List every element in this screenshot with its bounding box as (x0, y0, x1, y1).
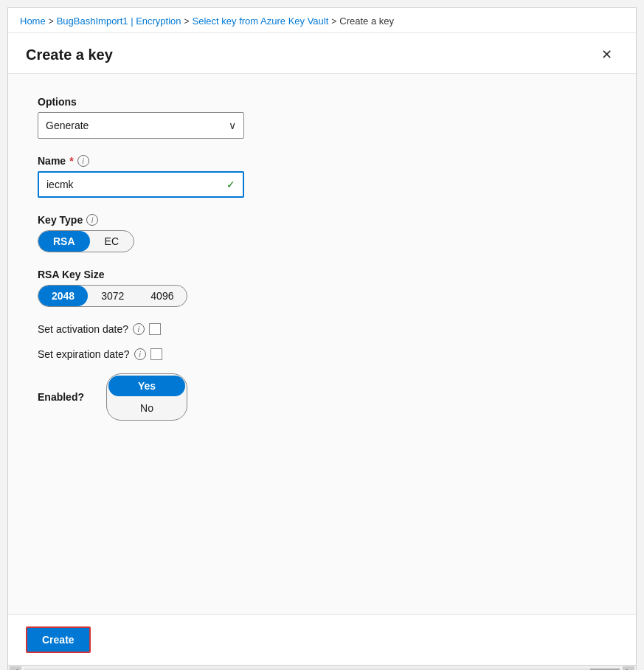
enabled-label: Enabled? (38, 391, 84, 403)
rsa-size-4096[interactable]: 4096 (137, 286, 187, 306)
name-group: Name * i iecmk ✓ (38, 155, 606, 198)
breadcrumb-sep-3: > (331, 16, 336, 27)
rsa-key-size-label: RSA Key Size (38, 269, 606, 280)
rsa-size-3072[interactable]: 3072 (88, 286, 137, 306)
options-dropdown[interactable]: Generate ∨ (38, 112, 244, 139)
breadcrumb-encryption[interactable]: BugBashImport1 | Encryption (57, 15, 181, 27)
enabled-yes[interactable]: Yes (108, 376, 185, 396)
breadcrumb-sep-1: > (49, 16, 54, 27)
key-type-info-icon[interactable]: i (86, 214, 98, 226)
required-star: * (69, 155, 73, 167)
scroll-left-arrow[interactable]: ◀ (10, 666, 21, 671)
name-check-icon: ✓ (226, 179, 235, 190)
activation-date-label: Set activation date? (38, 323, 128, 335)
name-label: Name * i (38, 155, 606, 167)
panel-footer: Create (8, 614, 636, 665)
expiration-date-label: Set expiration date? (38, 348, 130, 360)
key-type-rsa[interactable]: RSA (38, 231, 90, 252)
activation-date-checkbox[interactable] (149, 323, 161, 335)
enabled-row: Enabled? Yes No (38, 373, 606, 421)
panel-header: Create a key ✕ (8, 33, 636, 74)
breadcrumb-select-key[interactable]: Select key from Azure Key Vault (193, 15, 329, 27)
expiration-date-checkbox[interactable] (150, 348, 162, 360)
rsa-key-size-group: RSA Key Size 2048 3072 4096 (38, 269, 606, 307)
options-value: Generate (46, 120, 89, 131)
activation-date-info-icon[interactable]: i (133, 323, 145, 335)
create-button[interactable]: Create (26, 626, 91, 653)
breadcrumb-sep-2: > (184, 16, 190, 27)
name-info-icon[interactable]: i (77, 155, 89, 167)
expiration-date-row: Set expiration date? i (38, 348, 606, 360)
breadcrumb-current: Create a key (339, 15, 394, 27)
breadcrumb-home[interactable]: Home (20, 15, 46, 27)
panel-body: Options Generate ∨ Name * i iecmk ✓ (8, 74, 636, 614)
scrollbar-area: ◀ ▶ (8, 665, 636, 670)
options-group: Options Generate ∨ (38, 96, 606, 139)
key-type-ec[interactable]: EC (90, 231, 134, 252)
breadcrumb: Home > BugBashImport1 | Encryption > Sel… (8, 8, 636, 33)
key-type-label: Key Type i (38, 214, 606, 226)
panel: Create a key ✕ Options Generate ∨ Name * (8, 33, 636, 670)
scroll-right-arrow[interactable]: ▶ (623, 666, 634, 671)
dropdown-arrow-icon: ∨ (229, 120, 236, 131)
enabled-toggle: Yes No (106, 373, 187, 421)
expiration-date-info-icon[interactable]: i (134, 348, 146, 360)
panel-title: Create a key (26, 46, 113, 63)
activation-date-row: Set activation date? i (38, 323, 606, 335)
name-input[interactable]: iecmk ✓ (38, 171, 244, 198)
key-type-group: Key Type i RSA EC (38, 214, 606, 252)
rsa-size-2048[interactable]: 2048 (38, 286, 88, 306)
enabled-no[interactable]: No (108, 398, 185, 418)
rsa-key-size-toggle: 2048 3072 4096 (38, 285, 187, 307)
name-value: iecmk (46, 179, 226, 190)
close-button[interactable]: ✕ (595, 45, 618, 64)
options-label: Options (38, 96, 606, 108)
key-type-toggle: RSA EC (38, 230, 134, 252)
page-wrapper: Home > BugBashImport1 | Encryption > Sel… (7, 7, 637, 670)
